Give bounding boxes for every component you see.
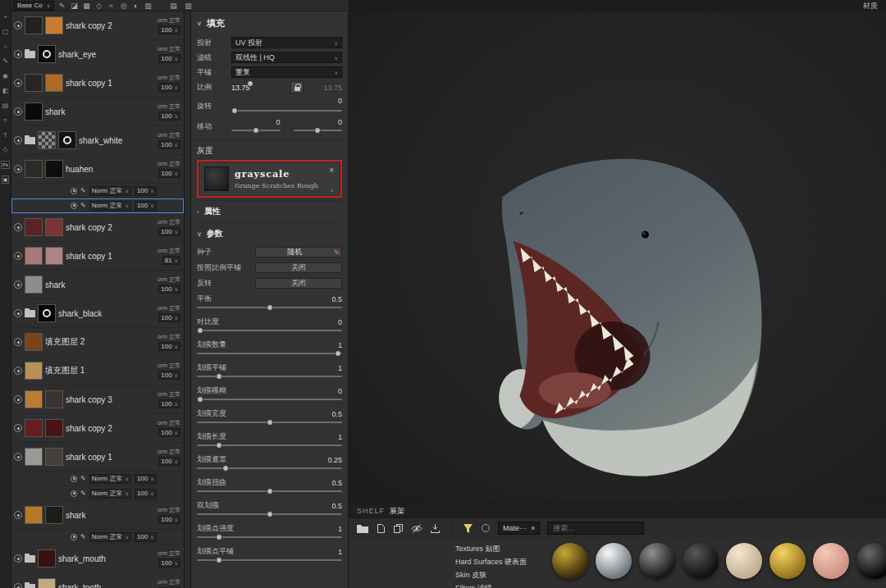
slider-handle[interactable] (267, 511, 273, 517)
layer-row[interactable]: shark orm 正常 100∨ (11, 501, 184, 530)
layer-thumbnail[interactable] (25, 16, 43, 34)
channel-row[interactable]: ✎ Norm 正常∨ 100∨ (11, 486, 184, 501)
param-slider[interactable] (197, 490, 342, 492)
grid-icon[interactable]: ▥ (142, 0, 154, 11)
layer-thumbnail[interactable] (25, 333, 43, 351)
brush-tool-icon[interactable]: ✎ (2, 57, 8, 66)
layer-mask-thumbnail[interactable] (45, 419, 63, 437)
param-value[interactable]: 1 (338, 548, 342, 556)
text-tool-icon[interactable]: T (3, 131, 7, 139)
opacity-dropdown[interactable]: 100∨ (158, 140, 180, 149)
visibility-toggle[interactable] (14, 338, 22, 346)
viewport-3d[interactable] (349, 11, 886, 504)
layer-row[interactable]: 填充图层 2 orm 正常 100∨ (11, 328, 184, 357)
blend-mode-label[interactable]: orm 正常 (158, 390, 180, 399)
layer-mask-thumbnail[interactable] (45, 448, 63, 466)
layer-name[interactable]: shark copy 2 (66, 223, 155, 232)
visibility-toggle[interactable] (14, 511, 22, 519)
shelf-category[interactable]: Hard Surfaces 硬表面 (455, 555, 547, 568)
param-slider[interactable] (197, 513, 342, 515)
param-value[interactable]: 1 (338, 341, 342, 349)
layer-thumbnail[interactable] (25, 506, 43, 524)
blend-mode-label[interactable]: orm 正常 (158, 549, 180, 558)
param-slider[interactable] (197, 353, 342, 354)
param-slider[interactable] (197, 330, 342, 331)
select-rect-icon[interactable]: ▢ (2, 28, 9, 36)
layer-row[interactable]: shark_black orm 正常 100∨ (11, 299, 184, 328)
param-value[interactable]: 0.5 (331, 502, 342, 510)
opacity-dropdown[interactable]: 100∨ (158, 83, 180, 92)
layer-row[interactable]: shark copy 1 orm 正常 100∨ (11, 69, 184, 98)
channel-blend-dropdown[interactable]: Norm 正常∨ (89, 201, 131, 211)
blend-mode-label[interactable]: orm 正常 (158, 74, 180, 82)
visibility-toggle[interactable] (71, 203, 77, 209)
channel-blend-dropdown[interactable]: Norm 正常∨ (89, 489, 131, 499)
shark-model[interactable] (349, 11, 886, 504)
blend-mode-label[interactable]: orm 正常 (158, 578, 180, 586)
layer-thumbnail[interactable] (25, 276, 43, 294)
slider-handle[interactable] (197, 327, 203, 334)
visibility-toggle[interactable] (14, 79, 22, 87)
toggle-button[interactable]: 关闭 (255, 278, 342, 289)
blend-mode-label[interactable]: orm 正常 (158, 304, 180, 312)
visibility-toggle[interactable] (71, 490, 77, 497)
lasso-icon[interactable]: ○ (3, 43, 7, 51)
channel-blend-dropdown[interactable]: Norm 正常∨ (89, 532, 131, 542)
layer-mask-thumbnail[interactable] (45, 74, 63, 92)
blend-mode-label[interactable]: orm 正常 (158, 506, 180, 514)
blend-mode-label[interactable]: orm 正常 (158, 276, 180, 284)
layer-mask-thumbnail[interactable] (45, 16, 63, 34)
visibility-toggle[interactable] (14, 424, 22, 432)
slider-handle[interactable] (216, 557, 222, 563)
param-value[interactable]: 0 (338, 387, 342, 395)
channel-row[interactable]: ✎ Norm 正常∨ 100∨ (11, 472, 184, 486)
offset-x-slider[interactable] (231, 130, 281, 131)
opacity-dropdown[interactable]: 100∨ (158, 285, 180, 294)
offset-y-slider[interactable] (294, 130, 343, 131)
param-slider[interactable] (197, 307, 342, 308)
slider-handle[interactable] (267, 419, 273, 426)
param-value[interactable]: 0.25 (327, 456, 342, 464)
material-panel-label[interactable]: 材质 (863, 1, 886, 11)
layer-thumbnail[interactable] (25, 160, 43, 178)
channel-opacity-dropdown[interactable]: 100∨ (135, 186, 157, 196)
rotation-value[interactable]: 0 (231, 97, 342, 106)
opacity-dropdown[interactable]: 100∨ (158, 428, 180, 437)
visibility-toggle[interactable] (14, 309, 22, 317)
opacity-dropdown[interactable]: 100∨ (158, 399, 180, 408)
offset-y-value[interactable]: 0 (294, 118, 343, 127)
layer-name[interactable]: shark copy 1 (66, 252, 155, 261)
param-value[interactable]: 0.5 (331, 410, 342, 418)
layer-row[interactable]: shark_mouth orm 正常 100∨ (11, 545, 184, 573)
material-sphere[interactable] (552, 543, 588, 579)
layer-name[interactable]: shark_eye (58, 50, 155, 59)
visibility-toggle[interactable] (71, 188, 77, 194)
layer-row[interactable]: shark_white orm 正常 100∨ (11, 126, 184, 155)
param-slider[interactable] (197, 467, 342, 469)
slider-handle[interactable] (197, 396, 203, 403)
layer-thumbnail[interactable] (25, 103, 43, 121)
param-value[interactable]: 1 (338, 525, 342, 533)
opacity-dropdown[interactable]: 100∨ (158, 558, 180, 567)
chevron-down-icon[interactable]: ∨ (331, 187, 334, 193)
shelf-category[interactable]: Skin 皮肤 (455, 568, 547, 581)
shelf-category[interactable]: Filters 滤镜 (455, 581, 547, 588)
layer-mask-thumbnail[interactable] (45, 218, 63, 236)
layer-name[interactable]: shark copy 1 (66, 79, 155, 88)
layer-row[interactable]: ✎ Norm 正常∨ 100∨ (11, 530, 184, 545)
smudge-icon[interactable]: ≈ (105, 0, 117, 11)
hide-icon[interactable] (411, 523, 422, 534)
visibility-toggle[interactable] (14, 136, 22, 144)
channel-blend-dropdown[interactable]: Norm 正常∨ (89, 474, 131, 484)
channel-row[interactable]: ✎ Norm 正常∨ 100∨ (11, 198, 184, 213)
visibility-toggle[interactable] (71, 534, 77, 540)
display-settings-tab-icon[interactable]: ▥ (182, 0, 194, 11)
material-filter-dropdown[interactable]: Mate··· × (498, 522, 540, 535)
new-file-icon[interactable] (377, 523, 386, 534)
layer-row[interactable]: shark copy 1 orm 正常 81∨ (11, 242, 184, 271)
opacity-dropdown[interactable]: 100∨ (158, 112, 180, 121)
close-icon[interactable]: × (531, 524, 535, 532)
shape-tool-icon[interactable]: ◇ (2, 146, 7, 154)
slider-handle[interactable] (314, 127, 321, 134)
layer-row[interactable]: shark orm 正常 100∨ (11, 271, 184, 299)
